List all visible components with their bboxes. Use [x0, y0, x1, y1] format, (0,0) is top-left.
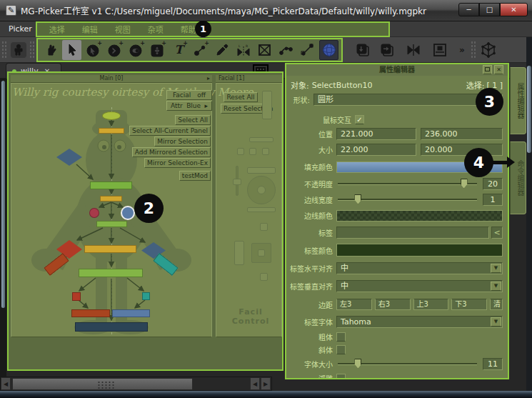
label-pick-button[interactable]: < — [491, 227, 503, 239]
picker-shape-spine[interactable] — [84, 245, 136, 253]
create-text-tool[interactable]: T + — [169, 40, 189, 60]
picker-shape-waist[interactable] — [100, 196, 122, 202]
border-width-slider-handle[interactable] — [354, 194, 361, 204]
font-size-slider-handle[interactable] — [354, 359, 361, 369]
horizontal-scrollbar[interactable]: ◀ ◀ ▶ — [0, 377, 272, 391]
label-color-swatch[interactable] — [336, 244, 503, 257]
picker-shape-left-knee[interactable] — [72, 292, 81, 301]
facial-pad-knob[interactable] — [258, 249, 265, 257]
bold-checkbox[interactable] — [336, 332, 346, 342]
picker-shape-root[interactable] — [75, 322, 148, 332]
picker-shape-left-hand[interactable] — [56, 149, 82, 166]
toolbar-grip[interactable] — [471, 41, 476, 59]
scroll-left-button[interactable]: ◀ — [1, 377, 11, 390]
margin-top-button[interactable]: 上3 — [413, 299, 449, 310]
facial-widget[interactable] — [260, 273, 268, 281]
picker-shape-hat-brim[interactable] — [99, 128, 124, 134]
facial-widget[interactable] — [237, 148, 244, 155]
facial-widget[interactable] — [260, 223, 268, 231]
picker-shape-hips[interactable] — [79, 269, 143, 277]
create-slider-tool[interactable]: + — [148, 40, 167, 60]
mirror-selection-ex-button[interactable]: Mirror Selection-Ex — [144, 158, 211, 168]
margin-bottom-button[interactable]: 下3 — [451, 299, 487, 310]
italic-checkbox[interactable] — [336, 345, 346, 354]
select-all-current-panel-button[interactable]: Select All-Current Panel — [129, 126, 211, 136]
create-command-button-tool[interactable]: + — [105, 40, 124, 60]
menu-select[interactable]: 选择 — [41, 24, 74, 35]
menu-misc[interactable]: 杂项 — [139, 24, 172, 35]
facial-widget[interactable] — [262, 148, 269, 155]
picker-shape-right-foot[interactable] — [112, 309, 150, 317]
close-button[interactable]: ✕ — [500, 3, 528, 16]
reset-selection-button[interactable]: Reset Selection — [221, 104, 266, 114]
picker-shape-right-forearm[interactable] — [153, 253, 178, 276]
opacity-value[interactable]: 20 — [483, 178, 503, 190]
facial-slider[interactable] — [247, 207, 276, 212]
picker-shape-left-foot[interactable] — [71, 309, 110, 317]
scroll-left-button-2[interactable]: ◀ — [250, 377, 260, 390]
label-halign-dropdown[interactable]: 中 ▼ — [336, 262, 503, 274]
select-tool[interactable] — [62, 40, 81, 60]
minimize-button[interactable]: ─ — [458, 3, 479, 16]
border-color-swatch[interactable] — [336, 210, 503, 222]
toolbar-grip[interactable] — [29, 41, 35, 59]
float-panel-icon[interactable] — [483, 65, 492, 74]
facial-slider[interactable] — [234, 241, 244, 265]
create-node-tool[interactable]: + — [191, 40, 210, 60]
size-w-field[interactable]: 22.000 — [336, 144, 416, 156]
facial-dial-knob[interactable] — [257, 186, 266, 194]
mouse-interact-checkbox[interactable]: ✓ — [355, 115, 364, 124]
toolbar-grip[interactable] — [1, 41, 7, 59]
toolbar-overflow-button[interactable]: » — [459, 45, 465, 55]
label-valign-dropdown[interactable]: 中 ▼ — [336, 280, 503, 292]
right-scrollbar-thumb[interactable] — [527, 66, 531, 153]
3d-mode-button[interactable] — [479, 40, 498, 60]
create-select-button-tool[interactable]: + — [84, 40, 103, 60]
opacity-slider-handle[interactable] — [461, 179, 468, 189]
sphere-button-tool[interactable] — [319, 40, 338, 60]
curve-tool[interactable] — [276, 40, 296, 60]
picker-shape-right-knee[interactable] — [142, 292, 150, 300]
envelope-tool[interactable] — [255, 40, 274, 60]
horizontal-scrollbar-thumb[interactable] — [12, 378, 193, 390]
menu-view[interactable]: 视图 — [106, 24, 139, 35]
facial-slider-handle[interactable] — [233, 179, 241, 185]
position-x-field[interactable]: 221.000 — [336, 128, 416, 140]
add-mirrored-selection-button[interactable]: Add Mirrored Selection — [132, 147, 211, 157]
picker-shape-right-hip[interactable] — [122, 207, 134, 219]
font-size-value[interactable]: 11 — [483, 358, 503, 370]
align-button[interactable] — [430, 40, 449, 60]
font-size-slider[interactable] — [338, 363, 477, 365]
margin-right-button[interactable]: 右3 — [375, 299, 411, 310]
create-attr-button-tool[interactable]: + — [126, 40, 146, 60]
border-width-value[interactable]: 1 — [483, 194, 503, 206]
margin-clear-button[interactable]: 清 — [490, 299, 503, 310]
export-picker-button[interactable] — [377, 40, 396, 60]
picker-shape-left-forearm[interactable] — [44, 253, 69, 276]
picker-shape-head-top[interactable] — [102, 111, 121, 120]
close-panel-icon[interactable]: ✕ — [494, 65, 503, 74]
picker-shape-chest[interactable] — [90, 181, 132, 189]
mirror-selection-button[interactable]: Mirror Selection — [154, 136, 211, 146]
picker-shape-pelvis[interactable] — [96, 221, 127, 227]
facial-toggle-button[interactable]: Facial off — [166, 90, 212, 100]
border-width-slider[interactable] — [338, 199, 477, 201]
reset-all-button[interactable]: Reset All — [224, 92, 258, 102]
shape-dropdown[interactable]: 圆形 ▼ — [313, 94, 503, 106]
pan-hand-tool[interactable] — [41, 40, 60, 60]
character-mode-button[interactable] — [9, 40, 28, 60]
scroll-right-button[interactable]: ▶ — [261, 377, 271, 390]
testmod-button[interactable]: testMod — [179, 171, 211, 181]
attr-color-button[interactable]: Attr Blue ▸ — [166, 101, 212, 111]
facial-widget[interactable] — [249, 148, 256, 155]
mirror-lr-tool[interactable]: LR — [234, 40, 253, 60]
opacity-slider[interactable] — [338, 183, 477, 185]
side-tab-property-editor[interactable]: 属性编辑器 — [510, 67, 526, 134]
facial-slider[interactable] — [249, 137, 273, 142]
import-picker-button[interactable] — [353, 40, 372, 60]
maximize-button[interactable]: □ — [479, 3, 500, 16]
menu-edit[interactable]: 编辑 — [74, 24, 106, 35]
facial-slider[interactable] — [247, 167, 276, 174]
picker-shape-left-hip[interactable] — [89, 208, 99, 218]
facial-slider[interactable] — [262, 91, 272, 119]
